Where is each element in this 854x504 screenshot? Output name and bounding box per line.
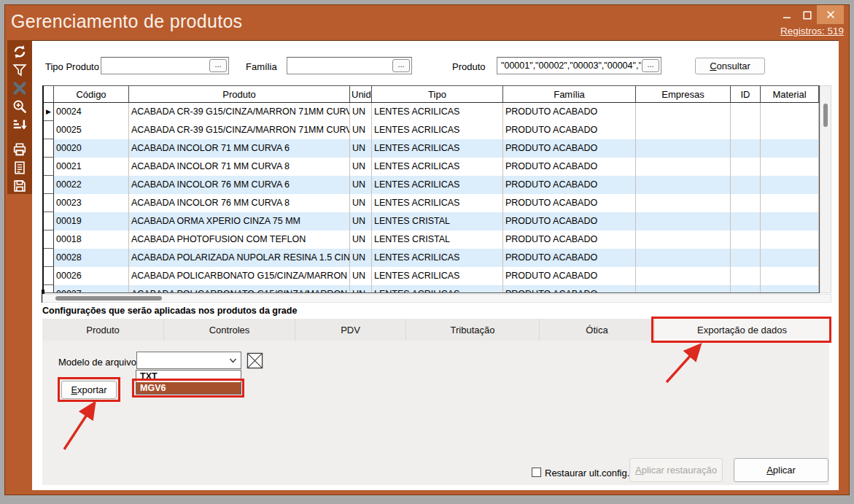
grid-cell[interactable]: 00018 (54, 230, 129, 249)
column-header[interactable]: Material (761, 86, 819, 103)
grid-cell[interactable]: UN (350, 103, 372, 121)
row-selector[interactable] (44, 249, 54, 267)
column-header[interactable]: Família (503, 86, 636, 103)
grid-cell[interactable]: LENTES ACRILICAS (372, 139, 503, 158)
tab-produto[interactable]: Produto (42, 319, 164, 341)
aplicar-restauracao-button[interactable]: Aplicar restauração (629, 458, 723, 482)
row-selector[interactable] (44, 285, 54, 293)
consultar-button[interactable]: Consultar (695, 58, 765, 74)
maximize-button[interactable] (798, 7, 817, 23)
grid-cell[interactable]: PRODUTO ACABADO (503, 267, 636, 285)
grid-cell[interactable] (636, 194, 731, 212)
grid-cell[interactable]: PRODUTO ACABADO (503, 176, 636, 194)
grid-cell[interactable]: ACABADA POLICARBONATO G15/CINZA/MARRON 7… (129, 285, 350, 293)
column-header[interactable]: Unida (350, 86, 372, 103)
grid-cell[interactable]: ACABADA CR-39 G15/CINZA/MARRON 71MM CURV… (129, 103, 350, 121)
minimize-button[interactable] (777, 7, 796, 23)
table-row[interactable]: 00028ACABADA POLARIZADA NUPOLAR RESINA 1… (44, 249, 819, 267)
grid-cell[interactable]: 00022 (54, 176, 129, 194)
grid-cell[interactable] (636, 103, 731, 121)
grid-cell[interactable] (636, 285, 731, 293)
grid-cell[interactable] (731, 103, 761, 121)
grid-cell[interactable]: PRODUTO ACABADO (503, 249, 636, 267)
tab-tributacao[interactable]: Tributação (406, 319, 540, 341)
grid-cell[interactable] (761, 139, 819, 158)
grid-cell[interactable] (636, 230, 731, 249)
aplicar-button[interactable]: Aplicar (734, 458, 828, 482)
produto-browse-button[interactable]: ... (642, 59, 659, 72)
sync-icon[interactable] (11, 44, 28, 60)
grid-cell[interactable]: UN (350, 212, 372, 230)
table-row[interactable]: 00022ACABADA INCOLOR 76 MM CURVA 6UNLENT… (44, 176, 819, 194)
row-selector[interactable] (44, 121, 54, 139)
save-icon[interactable] (11, 178, 28, 194)
grid-cell[interactable] (731, 121, 761, 139)
modelo-de-arquivo-combobox[interactable] (136, 352, 241, 369)
row-selector[interactable] (44, 267, 54, 285)
grid-cell[interactable]: ACABADA CR-39 G15/CINZA/MARRON 71MM CURV… (129, 121, 350, 139)
grid-cell[interactable]: PRODUTO ACABADO (503, 121, 636, 139)
grid-cell[interactable]: UN (350, 158, 372, 176)
grid-cell[interactable] (761, 249, 819, 267)
produto-input[interactable] (497, 58, 661, 74)
chevron-down-icon[interactable] (225, 352, 241, 368)
grid-cell[interactable]: UN (350, 139, 372, 158)
dropdown-option-txt[interactable]: TXT (136, 371, 241, 382)
grid-cell[interactable] (731, 249, 761, 267)
grid-cell[interactable]: 00024 (54, 103, 129, 121)
grid-cell[interactable]: LENTES ACRILICAS (372, 176, 503, 194)
exportar-button[interactable]: Exportar (61, 381, 117, 399)
tab-controles[interactable]: Controles (164, 319, 295, 341)
table-row[interactable]: 00023ACABADA INCOLOR 76 MM CURVA 8UNLENT… (44, 194, 819, 212)
grid-cell[interactable]: PRODUTO ACABADO (503, 230, 636, 249)
grid-cell[interactable]: LENTES ACRILICAS (372, 267, 503, 285)
grid-cell[interactable] (636, 158, 731, 176)
sort-icon[interactable] (11, 117, 28, 133)
print-icon[interactable] (11, 141, 28, 158)
grid-cell[interactable]: ACABADA INCOLOR 76 MM CURVA 6 (129, 176, 350, 194)
grid-cell[interactable]: LENTES ACRILICAS (372, 121, 503, 139)
clear-selection-button[interactable] (247, 352, 263, 369)
restaurar-checkbox[interactable] (532, 468, 541, 477)
grid-cell[interactable]: UN (350, 230, 372, 249)
grid-cell[interactable]: ACABADA INCOLOR 71 MM CURVA 6 (129, 139, 350, 158)
grid-cell[interactable]: UN (350, 267, 372, 285)
grid-cell[interactable]: ACABADA POLARIZADA NUPOLAR RESINA 1.5 CI… (129, 249, 350, 267)
report-icon[interactable] (11, 160, 28, 176)
grid-cell[interactable]: 00026 (54, 267, 129, 285)
grid-cell[interactable]: PRODUTO ACABADO (503, 103, 636, 121)
table-row[interactable]: 00026ACABADA POLICARBONATO G15/CINZA/MAR… (44, 267, 819, 285)
grid-cell[interactable] (731, 267, 761, 285)
grid-cell[interactable]: 00027 (54, 285, 129, 293)
grid-cell[interactable] (761, 158, 819, 176)
grid-cell[interactable]: UN (350, 194, 372, 212)
grid-cell[interactable] (761, 194, 819, 212)
column-header[interactable]: Empresas (636, 86, 731, 103)
tab-exportacao-de-dados[interactable]: Exportação de dados (655, 319, 829, 341)
grid-cell[interactable] (636, 212, 731, 230)
familia-browse-button[interactable]: ... (392, 59, 410, 72)
grid-cell[interactable]: LENTES CRISTAL (372, 212, 503, 230)
grid-cell[interactable]: 00028 (54, 249, 129, 267)
grid-cell[interactable] (731, 139, 761, 158)
grid-cell[interactable] (761, 121, 819, 139)
registros-link[interactable]: Registros: 519 (780, 26, 844, 36)
grid-cell[interactable]: LENTES ACRILICAS (372, 249, 503, 267)
grid-cell[interactable] (636, 176, 731, 194)
grid-cell[interactable] (731, 212, 761, 230)
grid-cell[interactable] (636, 121, 731, 139)
grid-cell[interactable]: 00023 (54, 194, 129, 212)
grid-cell[interactable]: LENTES ACRILICAS (372, 158, 503, 176)
grid-cell[interactable] (761, 176, 819, 194)
grid-cell[interactable]: ACABADA POLICARBONATO G15/CINZA/MARRON 7… (129, 267, 350, 285)
grid-cell[interactable]: ACABADA INCOLOR 76 MM CURVA 8 (129, 194, 350, 212)
grid-cell[interactable]: 00020 (54, 139, 129, 158)
column-header[interactable]: ID (731, 86, 761, 103)
grid-cell[interactable]: PRODUTO ACABADO (503, 158, 636, 176)
row-selector[interactable] (44, 139, 54, 158)
grid-cell[interactable]: UN (350, 176, 372, 194)
grid-cell[interactable] (761, 267, 819, 285)
table-row[interactable]: ▶00024ACABADA CR-39 G15/CINZA/MARRON 71M… (44, 103, 819, 121)
grid-horizontal-scrollbar-thumb[interactable] (55, 296, 162, 301)
grid-cell[interactable] (731, 194, 761, 212)
